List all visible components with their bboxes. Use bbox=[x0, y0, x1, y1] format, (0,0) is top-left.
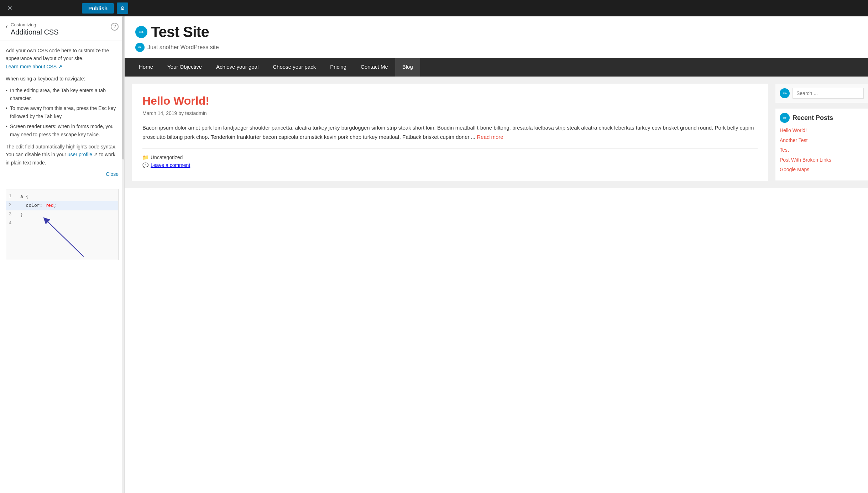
recent-post-5[interactable]: Google Maps bbox=[780, 166, 864, 173]
line-number-1: 1 bbox=[9, 193, 16, 200]
close-icon[interactable]: ✕ bbox=[4, 3, 15, 14]
code-line-4: 4 bbox=[6, 219, 118, 228]
scrollbar-thumb bbox=[122, 16, 124, 159]
logo-row: ✏ Test Site bbox=[135, 23, 857, 41]
external-icon: ↗ bbox=[58, 64, 62, 69]
nav-item-your-objective[interactable]: Your Objective bbox=[160, 58, 209, 77]
widget-area: ✏ ✏ Recent Posts Hello World! Another Te… bbox=[775, 84, 868, 181]
tagline-row: ✏ Just another WordPress site bbox=[135, 43, 857, 52]
comment-row: 💬 Leave a comment bbox=[142, 162, 758, 168]
widget-title-row: ✏ Recent Posts bbox=[780, 113, 864, 123]
search-input[interactable] bbox=[793, 88, 864, 99]
category-row: 📁 Uncategorized bbox=[142, 154, 758, 160]
nav-item-blog[interactable]: Blog bbox=[395, 58, 420, 77]
site-tagline: Just another WordPress site bbox=[147, 44, 219, 51]
tagline-pencil-icon: ✏ bbox=[135, 43, 145, 52]
profile-note: The edit field automatically highlights … bbox=[6, 143, 119, 167]
learn-more-link[interactable]: Learn more about CSS ↗ bbox=[6, 64, 62, 69]
recent-post-3[interactable]: Test bbox=[780, 147, 864, 154]
blog-post: Hello World! March 14, 2019 by testadmin… bbox=[142, 94, 758, 168]
recent-posts-title: Recent Posts bbox=[793, 114, 833, 122]
line-number-3: 3 bbox=[9, 211, 16, 219]
customizer-sidebar: ‹ Customizing Additional CSS ? Add your … bbox=[0, 16, 125, 493]
keyboard-section: When using a keyboard to navigate: In th… bbox=[6, 75, 119, 138]
publish-button[interactable]: Publish bbox=[82, 3, 114, 14]
recent-post-1[interactable]: Hello World! bbox=[780, 127, 864, 134]
description-text: Add your own CSS code here to customize … bbox=[6, 47, 119, 70]
close-link[interactable]: Close bbox=[106, 170, 119, 178]
code-text-2: color: red; bbox=[20, 201, 56, 210]
search-pencil-icon: ✏ bbox=[780, 88, 790, 98]
sidebar-title-group: Customizing Additional CSS bbox=[11, 22, 111, 36]
site-preview: ✏ Test Site ✏ Just another WordPress sit… bbox=[125, 16, 868, 493]
nav-item-contact-me[interactable]: Contact Me bbox=[354, 58, 395, 77]
code-text-1: a { bbox=[20, 193, 28, 201]
keyboard-title: When using a keyboard to navigate: bbox=[6, 75, 119, 83]
line-number-2: 2 bbox=[9, 201, 16, 209]
keyboard-tip-1: In the editing area, the Tab key enters … bbox=[6, 86, 119, 103]
search-widget: ✏ bbox=[775, 84, 868, 103]
code-editor[interactable]: 1 a { 2 color: red; 3 } 4 bbox=[6, 189, 119, 260]
main-layout: ‹ Customizing Additional CSS ? Add your … bbox=[0, 16, 868, 493]
keyboard-tips-list: In the editing area, the Tab key enters … bbox=[6, 86, 119, 138]
comment-icon: 💬 bbox=[142, 162, 148, 168]
sidebar-header: ‹ Customizing Additional CSS ? bbox=[0, 16, 124, 41]
line-number-4: 4 bbox=[9, 220, 16, 227]
site-logo-icon[interactable]: ✏ bbox=[135, 26, 147, 38]
nav-item-home[interactable]: Home bbox=[132, 58, 160, 77]
main-content: Hello World! March 14, 2019 by testadmin… bbox=[132, 84, 768, 181]
code-line-2: 2 color: red; bbox=[6, 201, 118, 210]
sidebar-scrollbar[interactable] bbox=[122, 16, 124, 493]
read-more-link[interactable]: Read more bbox=[477, 134, 503, 140]
back-button[interactable]: ‹ bbox=[6, 23, 8, 30]
code-lines: 1 a { 2 color: red; 3 } 4 bbox=[6, 189, 118, 231]
site-header: ✏ Test Site ✏ Just another WordPress sit… bbox=[125, 16, 868, 58]
nav-item-choose-pack[interactable]: Choose your pack bbox=[266, 58, 323, 77]
user-profile-link[interactable]: user profile bbox=[68, 152, 92, 157]
category-icon: 📁 bbox=[142, 154, 148, 160]
recent-posts-widget: ✏ Recent Posts Hello World! Another Test… bbox=[775, 109, 868, 180]
keyboard-tip-3: Screen reader users: when in forms mode,… bbox=[6, 122, 119, 138]
post-footer: 📁 Uncategorized 💬 Leave a comment bbox=[142, 148, 758, 168]
gear-button[interactable]: ⚙ bbox=[117, 2, 128, 14]
section-title: Additional CSS bbox=[11, 28, 111, 36]
admin-bar: ✕ Publish ⚙ bbox=[0, 0, 868, 16]
site-navigation: Home Your Objective Achieve your goal Ch… bbox=[125, 58, 868, 77]
post-meta: March 14, 2019 by testadmin bbox=[142, 110, 758, 116]
nav-item-pricing[interactable]: Pricing bbox=[323, 58, 354, 77]
help-button[interactable]: ? bbox=[111, 23, 119, 31]
recent-posts-pencil-icon: ✏ bbox=[780, 113, 790, 123]
code-line-1: 1 a { bbox=[6, 192, 118, 201]
recent-post-2[interactable]: Another Test bbox=[780, 137, 864, 144]
post-excerpt: Bacon ipsum dolor amet pork loin landjae… bbox=[142, 123, 758, 141]
site-title: Test Site bbox=[151, 23, 209, 41]
content-wrapper: Hello World! March 14, 2019 by testadmin… bbox=[125, 77, 868, 188]
nav-item-achieve-goal[interactable]: Achieve your goal bbox=[209, 58, 266, 77]
comment-link[interactable]: Leave a comment bbox=[151, 162, 190, 168]
code-line-3: 3 } bbox=[6, 210, 118, 219]
sidebar-content: Add your own CSS code here to customize … bbox=[0, 41, 124, 266]
customizing-label: Customizing bbox=[11, 22, 111, 27]
code-text-3: } bbox=[20, 211, 23, 219]
code-value-red: red bbox=[45, 203, 53, 208]
keyboard-tip-2: To move away from this area, press the E… bbox=[6, 104, 119, 120]
recent-post-4[interactable]: Post With Broken Links bbox=[780, 157, 864, 164]
preview-area: ✏ Test Site ✏ Just another WordPress sit… bbox=[125, 16, 868, 493]
category-label: Uncategorized bbox=[151, 154, 183, 160]
post-title: Hello World! bbox=[142, 94, 758, 107]
